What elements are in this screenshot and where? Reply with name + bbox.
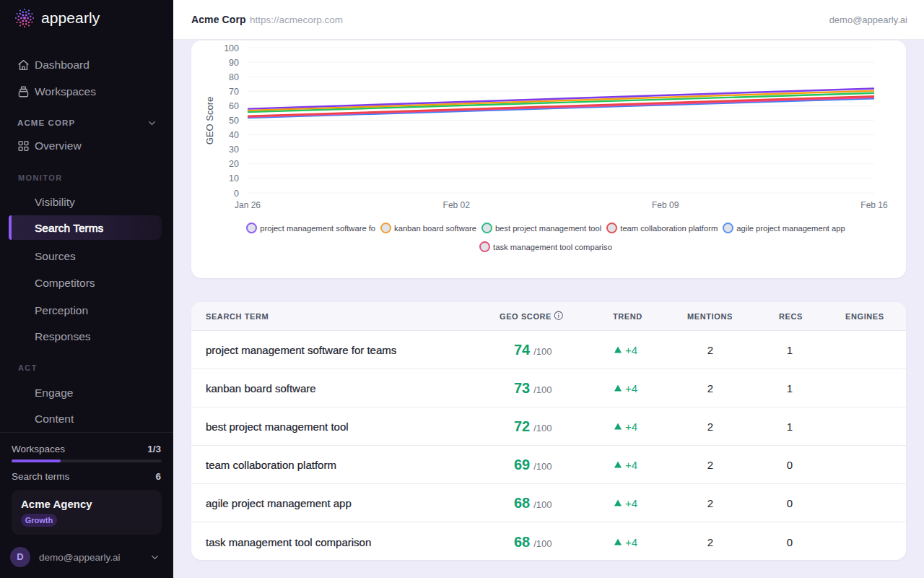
svg-text:40: 40 xyxy=(229,130,239,140)
svg-text:100: 100 xyxy=(224,43,239,53)
svg-text:60: 60 xyxy=(229,101,239,111)
svg-text:10: 10 xyxy=(229,173,239,184)
svg-text:Jan 26: Jan 26 xyxy=(235,200,261,210)
svg-text:50: 50 xyxy=(229,116,239,126)
svg-text:80: 80 xyxy=(229,72,239,82)
svg-text:90: 90 xyxy=(229,58,239,68)
svg-text:Feb 16: Feb 16 xyxy=(860,200,888,210)
svg-text:Feb 09: Feb 09 xyxy=(652,200,679,210)
svg-text:0: 0 xyxy=(234,189,239,199)
svg-text:GEO Score: GEO Score xyxy=(204,97,215,144)
svg-text:Feb 02: Feb 02 xyxy=(443,200,471,210)
svg-text:30: 30 xyxy=(229,144,239,155)
svg-text:70: 70 xyxy=(229,87,239,97)
svg-text:20: 20 xyxy=(229,159,239,169)
